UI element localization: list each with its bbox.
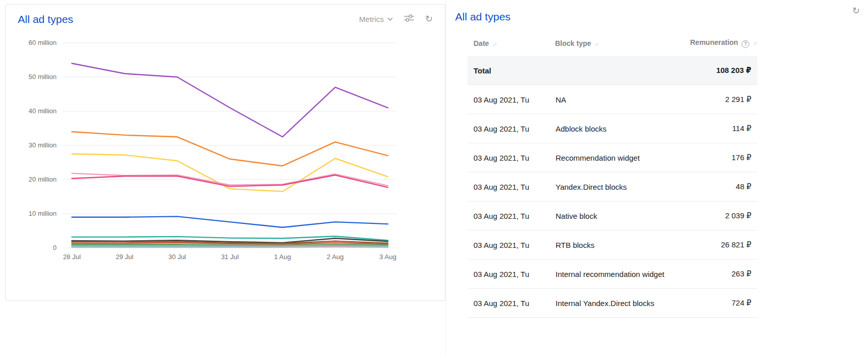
refresh-icon: ↻ — [852, 5, 860, 16]
y-axis-tick-label: 0 — [53, 244, 57, 251]
date-cell: 03 Aug 2021, Tu — [467, 172, 555, 201]
total-label: Total — [467, 56, 555, 85]
date-cell: 03 Aug 2021, Tu — [467, 260, 555, 289]
line-chart: 010 million20 million30 million40 millio… — [18, 31, 433, 270]
block-type-cell: NA — [555, 85, 690, 114]
date-column-label: Date — [474, 39, 489, 47]
y-axis-tick-label: 20 million — [29, 175, 57, 183]
remuneration-cell: 2 039 ₽ — [690, 201, 757, 231]
block-type-column-label: Block type — [555, 39, 591, 47]
metrics-dropdown[interactable]: Metrics — [359, 15, 393, 23]
chart-refresh-button[interactable]: ↻ — [425, 14, 433, 23]
sort-icon: ↓↑ — [595, 41, 599, 47]
x-axis-tick-label: 30 Jul — [168, 253, 186, 261]
table-total-row: Total108 203 ₽ — [467, 56, 757, 85]
block-type-cell: Internal recommendation widget — [555, 260, 690, 289]
y-axis-tick-label: 40 million — [29, 107, 57, 115]
sort-icon: ↓↑ — [492, 41, 496, 47]
table-row: 03 Aug 2021, TuRecommendation widget176 … — [467, 143, 757, 172]
table-header-row: Date↓↑ Block type↓↑ Remuneration?↓↑ — [467, 34, 757, 56]
table-row: 03 Aug 2021, TuNA2 291 ₽ — [467, 85, 757, 114]
date-cell: 03 Aug 2021, Tu — [467, 201, 555, 231]
chart-line-blue — [72, 217, 388, 227]
report-table: Date↓↑ Block type↓↑ Remuneration?↓↑ Tota… — [467, 34, 757, 318]
table-card: All ad types ↻ Date↓↑ Block type↓↑ Remun… — [445, 0, 868, 355]
y-axis-tick-label: 10 million — [29, 210, 57, 217]
y-axis-tick-label: 50 million — [29, 73, 57, 81]
date-cell: 03 Aug 2021, Tu — [467, 85, 555, 114]
x-axis-tick-label: 31 Jul — [221, 253, 239, 261]
total-remuneration: 108 203 ₽ — [690, 56, 757, 85]
table-title-link[interactable]: All ad types — [455, 10, 511, 23]
x-axis-tick-label: 1 Aug — [274, 253, 291, 261]
chevron-down-icon — [387, 17, 393, 21]
remuneration-cell: 176 ₽ — [690, 143, 757, 172]
block-type-cell: Recommendation widget — [555, 143, 690, 172]
date-cell: 03 Aug 2021, Tu — [467, 231, 555, 260]
block-type-cell: Yandex.Direct blocks — [555, 172, 690, 201]
table-row: 03 Aug 2021, TuInternal Yandex.Direct bl… — [467, 289, 757, 318]
block-type-cell: Adblock blocks — [555, 114, 690, 143]
table-refresh-button[interactable]: ↻ — [852, 6, 860, 15]
table-row: 03 Aug 2021, TuYandex.Direct blocks48 ₽ — [467, 172, 757, 201]
column-header-remuneration[interactable]: Remuneration?↓↑ — [690, 34, 757, 56]
table-row: 03 Aug 2021, TuInternal recommendation w… — [467, 260, 757, 289]
block-type-cell: Native block — [555, 201, 690, 231]
column-header-date[interactable]: Date↓↑ — [467, 34, 555, 56]
sort-icon: ↓↑ — [753, 40, 757, 46]
date-cell: 03 Aug 2021, Tu — [467, 143, 555, 172]
chart-line-rose — [72, 247, 388, 247]
remuneration-column-label: Remuneration — [690, 38, 738, 46]
x-axis-tick-label: 29 Jul — [116, 253, 134, 261]
column-header-block-type[interactable]: Block type↓↑ — [555, 34, 690, 56]
date-cell: 03 Aug 2021, Tu — [467, 114, 555, 143]
block-type-cell: RTB blocks — [555, 231, 690, 260]
empty-cell — [555, 56, 690, 85]
table-row: 03 Aug 2021, TuAdblock blocks114 ₽ — [467, 114, 757, 143]
chart-card: All ad types Metrics ↻ — [5, 4, 445, 301]
chart-display-settings-button[interactable] — [404, 14, 414, 23]
remuneration-cell: 2 291 ₽ — [690, 85, 757, 114]
x-axis-tick-label: 28 Jul — [63, 253, 81, 261]
x-axis-tick-label: 3 Aug — [379, 253, 396, 261]
help-icon[interactable]: ? — [742, 40, 749, 48]
y-axis-tick-label: 60 million — [29, 39, 57, 46]
date-cell: 03 Aug 2021, Tu — [467, 289, 555, 318]
metrics-dropdown-label: Metrics — [359, 15, 384, 23]
chart-card-header: All ad types Metrics ↻ — [18, 13, 433, 26]
x-axis-tick-label: 2 Aug — [327, 253, 344, 261]
chart-title-link[interactable]: All ad types — [18, 13, 73, 26]
dashboard: All ad types Metrics ↻ — [0, 0, 868, 355]
remuneration-cell: 48 ₽ — [690, 172, 757, 201]
chart-line-purple — [72, 63, 388, 137]
chart-controls: Metrics ↻ — [359, 14, 433, 23]
remuneration-cell: 724 ₽ — [690, 289, 757, 318]
remuneration-cell: 114 ₽ — [690, 114, 757, 143]
block-type-cell: Internal Yandex.Direct blocks — [555, 289, 690, 318]
y-axis-tick-label: 30 million — [29, 141, 57, 149]
remuneration-cell: 263 ₽ — [690, 260, 757, 289]
sliders-icon — [404, 14, 414, 22]
table-row: 03 Aug 2021, TuRTB blocks26 821 ₽ — [467, 231, 757, 260]
refresh-icon: ↻ — [425, 13, 433, 24]
remuneration-cell: 26 821 ₽ — [690, 231, 757, 260]
table-row: 03 Aug 2021, TuNative block2 039 ₽ — [467, 201, 757, 231]
